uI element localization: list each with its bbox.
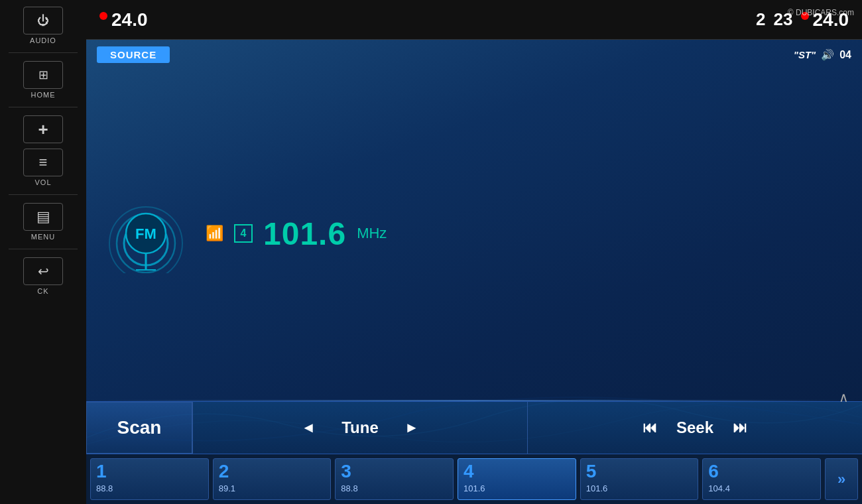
divider-4 xyxy=(9,249,78,249)
preset-more-button[interactable]: » xyxy=(825,458,858,500)
preset-freq-1: 88.8 xyxy=(96,483,113,493)
preset-num-5: 5 xyxy=(586,462,597,481)
power-audio-button[interactable]: ⏻ AUDIO xyxy=(13,7,73,44)
temp-left-red-dot xyxy=(99,12,107,20)
preset-num-4: 4 xyxy=(463,462,474,481)
home-icon: ⊞ xyxy=(23,61,63,89)
tune-label: Tune xyxy=(341,418,379,437)
st-label: "ST" xyxy=(794,49,816,60)
seek-prev-button[interactable]: ⏮ xyxy=(637,419,663,436)
temp-left: 24.0 xyxy=(99,9,148,31)
mhz-label: MHz xyxy=(357,225,387,242)
fm-logo-svg: FM xyxy=(106,194,186,273)
seek-section: ⏮ Seek ⏭ xyxy=(528,402,862,454)
seek-label: Seek xyxy=(676,418,713,437)
power-icon: ⏻ xyxy=(23,7,63,34)
preset-freq-4: 101.6 xyxy=(463,483,485,493)
volume-level: 04 xyxy=(839,49,851,61)
preset-indicator: 4 xyxy=(234,224,253,243)
vol-plus-button[interactable]: + xyxy=(13,115,73,143)
menu-button[interactable]: ▤ MENU xyxy=(13,203,73,241)
back-label: CK xyxy=(37,287,48,295)
outer-wrapper: © DUBICARS.com ⏻ AUDIO ⊞ HOME + ≡ VOL xyxy=(0,0,862,504)
clock-segment: 2 xyxy=(756,9,765,30)
scan-button[interactable]: Scan xyxy=(86,402,192,454)
preset-num-1: 1 xyxy=(96,462,107,481)
vol-label: VOL xyxy=(34,178,51,186)
preset-freq-3: 88.8 xyxy=(341,483,357,493)
fm-display: FM 📶 4 101.6 MHz xyxy=(86,67,862,400)
radio-screen: SOURCE "ST" 🔊 04 xyxy=(86,40,862,504)
menu-label: MENU xyxy=(31,233,55,241)
tune-left-button[interactable]: ◄ xyxy=(295,419,322,436)
frequency-display: 101.6 xyxy=(263,216,346,252)
preset-num-6: 6 xyxy=(708,462,719,481)
volume-icon: 🔊 xyxy=(821,48,834,61)
back-button[interactable]: ↩ CK xyxy=(13,257,73,295)
divider-2 xyxy=(9,107,78,107)
home-button[interactable]: ⊞ HOME xyxy=(13,61,73,99)
expand-arrow-icon[interactable]: ∧ xyxy=(839,389,849,405)
preset-button-2[interactable]: 2 89.1 xyxy=(213,458,332,500)
preset-num-2: 2 xyxy=(219,462,229,481)
source-button[interactable]: SOURCE xyxy=(97,46,170,63)
preset-num-3: 3 xyxy=(341,462,351,481)
vol-control-button[interactable]: ≡ VOL xyxy=(13,149,73,186)
preset-button-6[interactable]: 6 104.4 xyxy=(702,458,821,500)
svg-text:FM: FM xyxy=(135,225,156,242)
status-bar: 24.0 2 23 24.0 xyxy=(86,0,862,40)
preset-freq-5: 101.6 xyxy=(586,483,608,493)
signal-icon: 📶 xyxy=(206,225,223,242)
fm-freq-info: 📶 4 101.6 MHz xyxy=(206,216,842,252)
preset-button-5[interactable]: 5 101.6 xyxy=(580,458,699,500)
tune-right-button[interactable]: ► xyxy=(399,419,425,436)
home-label: HOME xyxy=(31,91,56,99)
preset-button-3[interactable]: 3 88.8 xyxy=(335,458,454,500)
vol-icon: ≡ xyxy=(23,149,63,176)
separator: ∧ xyxy=(86,400,862,401)
seek-next-button[interactable]: ⏭ xyxy=(727,419,753,436)
control-buttons: Scan ◄ Tune ► ⏮ Seek ⏭ xyxy=(86,401,862,454)
watermark: © DUBICARS.com xyxy=(788,8,854,17)
divider-3 xyxy=(9,194,78,195)
preset-button-1[interactable]: 1 88.8 xyxy=(90,458,209,500)
left-panel: ⏻ AUDIO ⊞ HOME + ≡ VOL ▤ xyxy=(0,0,86,504)
preset-button-4[interactable]: 4 101.6 xyxy=(458,458,576,500)
preset-freq-2: 89.1 xyxy=(219,483,235,493)
audio-label: AUDIO xyxy=(30,36,56,44)
radio-top-bar: SOURCE "ST" 🔊 04 xyxy=(86,40,862,67)
st-volume-display: "ST" 🔊 04 xyxy=(794,48,851,61)
preset-bar: 1 88.8 2 89.1 3 88.8 4 101.6 5 101.6 6 1… xyxy=(86,454,862,504)
main-screen: 24.0 2 23 24.0 SOURCE xyxy=(86,0,862,504)
fm-logo: FM xyxy=(106,194,186,273)
menu-icon: ▤ xyxy=(23,203,63,231)
plus-icon: + xyxy=(23,115,63,143)
preset-freq-6: 104.4 xyxy=(708,483,730,493)
tune-section: ◄ Tune ► xyxy=(192,402,528,454)
divider-1 xyxy=(9,52,78,53)
back-icon: ↩ xyxy=(23,257,63,285)
